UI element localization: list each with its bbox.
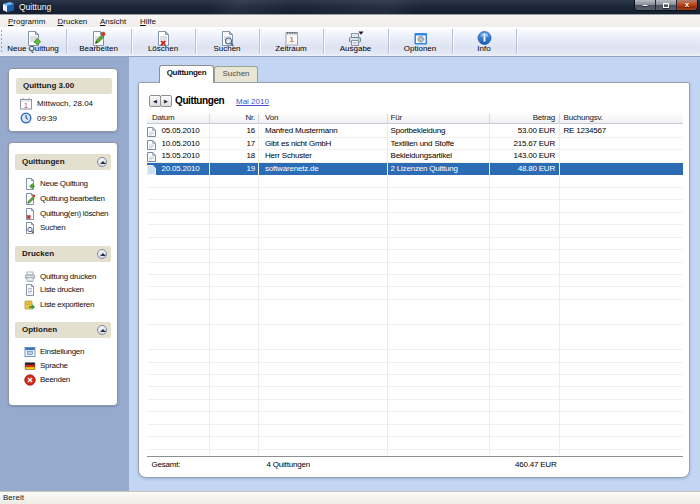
svg-text:1: 1: [24, 102, 28, 109]
